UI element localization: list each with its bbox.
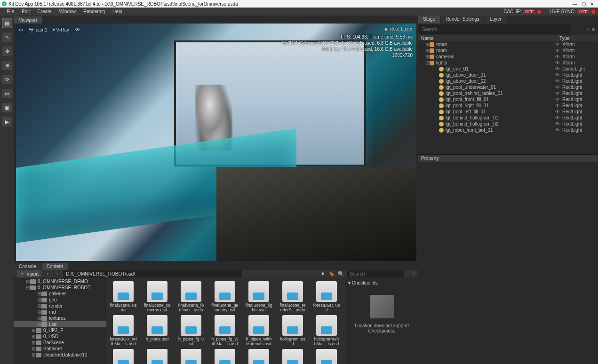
maximize-button[interactable]: ▢ [579, 1, 588, 7]
stage-row[interactable]: lgt_behind_hollogram_02👁RectLight [418, 121, 598, 127]
folder-row[interactable]: ⊞geo [14, 297, 106, 303]
stage-row[interactable]: lgt_pool_left_fill_01👁RectLight [418, 109, 598, 115]
stage-filter-icon[interactable]: ⑂ [585, 26, 590, 32]
stage-options-icon[interactable]: ≡ [590, 26, 596, 32]
file-item[interactable]: USDfinalScene_fo rOmn…usda [177, 281, 205, 312]
file-item[interactable]: USDfinalScene_lig hts.usd [245, 281, 272, 312]
path-field[interactable] [63, 270, 242, 277]
stage-row[interactable]: lgt_pool_right_fill_01👁RectLight [418, 103, 598, 109]
viewport-3d[interactable]: ⚙ 📷cam1 V-Ray 👁 ◈ Root Layer FPS: 104.63… [16, 24, 416, 261]
tool-snap-icon[interactable]: ▭ [2, 89, 12, 98]
menu-help[interactable]: Help [109, 9, 126, 14]
visibility-icon[interactable]: 👁 [553, 103, 562, 108]
file-item[interactable]: USDh_pipes_With Materials.usd [245, 315, 272, 346]
menu-rendering[interactable]: Rendering [80, 9, 109, 14]
stage-row[interactable]: lgt_behind_hollogram_01👁RectLight [418, 115, 598, 121]
folder-tree[interactable]: ⊞0_OMNIVERSE_DEMO⊟0_OMNIVERSE_ROBOT⊞gall… [14, 277, 106, 364]
stage-row[interactable]: lgt_env_01👁DomeLight [418, 66, 598, 72]
file-item[interactable]: USDhollogram. usd [279, 315, 306, 346]
folder-row[interactable]: ⊞BarScene [14, 340, 106, 346]
folder-row[interactable]: ⊞textures [14, 315, 106, 321]
visibility-icon[interactable]: 👁 [553, 121, 562, 127]
tool-scale-icon[interactable]: ⟳ [2, 75, 12, 84]
file-item[interactable]: USDforestBGR_Wi thMa…ls.usd [110, 315, 137, 346]
visibility-icon[interactable]: 👁 [553, 72, 562, 78]
file-item[interactable]: USDinstallation. usd [110, 349, 137, 364]
folder-row[interactable]: ⊞0_OMNIVERSE_DEMO [14, 278, 106, 285]
visibility-icon[interactable]: 👁 [553, 79, 562, 84]
file-item[interactable]: USDh_pipes.usd [144, 315, 171, 346]
folder-row[interactable]: ⊟0_OMNIVERSE_ROBOT [14, 285, 106, 291]
file-item[interactable]: USD [177, 349, 205, 364]
bookmark-icon[interactable]: 🔖 [328, 271, 335, 277]
stage-row[interactable]: lgt_above_door_01👁RectLight [418, 72, 598, 78]
root-layer-label[interactable]: Root Layer [390, 26, 413, 32]
menu-window[interactable]: Window [55, 9, 80, 14]
tab-viewport[interactable]: Viewport [14, 16, 42, 24]
stage-row[interactable]: lgt_robot_front_bot_01👁RectLight [418, 127, 598, 133]
nav-forward-icon[interactable]: › [54, 271, 60, 277]
menu-edit[interactable]: Edit [18, 9, 33, 14]
folder-row[interactable]: ⊞usd [14, 321, 106, 327]
tool-rotate-icon[interactable]: ⊕ [2, 61, 12, 70]
tool-move-icon[interactable]: ✥ [2, 47, 12, 56]
file-item[interactable]: USDfinalScene_re nderS…usda [279, 281, 306, 312]
visibility-icon[interactable]: 👁 [553, 127, 562, 133]
stage-row[interactable]: ⊞cameras👁Xform [418, 54, 598, 60]
folder-row[interactable]: ⊞0_UP2_F [14, 327, 106, 333]
menu-create[interactable]: Create [33, 9, 55, 14]
close-button[interactable]: ✕ [588, 1, 596, 7]
visibility-icon[interactable]: 👁 [553, 42, 562, 47]
viewport-renderer-dropdown[interactable]: V-Ray [53, 27, 69, 32]
tab-stage[interactable]: Stage [418, 16, 440, 24]
nav-back-icon[interactable]: ‹ [44, 271, 51, 277]
visibility-icon[interactable]: 👁 [553, 60, 562, 65]
viewport-visibility-icon[interactable]: 👁 [75, 26, 80, 33]
file-item[interactable]: USDinstallationW ithM…s.usd [144, 349, 171, 364]
filter-icon[interactable]: ⑂ [412, 271, 415, 277]
stage-row[interactable]: lgt_pool_behind_cables_01👁RectLight [418, 90, 598, 96]
visibility-icon[interactable]: 👁 [553, 91, 562, 96]
file-item[interactable]: USDhollogramWit hMat…ls.usd [313, 315, 340, 346]
visibility-icon[interactable]: 👁 [553, 66, 562, 71]
file-item[interactable]: USDh_pipes_fg. usd [177, 315, 205, 346]
stage-search-input[interactable] [419, 24, 571, 34]
visibility-icon[interactable]: 👁 [553, 115, 562, 120]
file-item[interactable]: USD [279, 349, 306, 364]
stage-row[interactable]: lgt_pool_underwater_01👁RectLight [418, 84, 598, 90]
stage-row[interactable]: lgt_pool_front_fill_01👁RectLight [418, 96, 598, 103]
file-item[interactable]: USD [245, 349, 272, 364]
visibility-icon[interactable]: 👁 [553, 48, 562, 53]
stage-row[interactable]: lgt_above_door_02👁RectLight [418, 78, 598, 84]
tab-render-settings[interactable]: Render Settings [441, 16, 484, 24]
tool-frame-icon[interactable]: ▣ [2, 103, 12, 112]
stage-row[interactable]: ⊞robot👁Xform [418, 41, 598, 47]
file-grid[interactable]: USDfinalScene. usdaUSDfinalScene_ca mera… [106, 277, 345, 364]
tool-cursor-icon[interactable]: ↖ [2, 32, 12, 42]
file-item[interactable]: USDfinalScene_ge ometry.usd [211, 281, 239, 312]
livesync-state[interactable]: OFF [577, 9, 590, 14]
import-button[interactable]: ＋Import [17, 270, 41, 277]
folder-row[interactable]: ⊞galleries [14, 291, 106, 297]
folder-row[interactable]: ⊞DeadlineDatabase10 [14, 352, 106, 358]
folder-row[interactable]: ⊞rnd [14, 309, 106, 315]
file-item[interactable]: USD [211, 349, 239, 364]
stage-row[interactable]: ⊟lights👁Xform [418, 60, 598, 66]
stage-row[interactable]: ⊞room👁Xform [418, 47, 598, 54]
file-item[interactable]: USDforestBGR. usd [313, 281, 340, 312]
tool-select-icon[interactable]: ▦ [2, 18, 12, 28]
visibility-icon[interactable]: 👁 [553, 97, 562, 102]
tab-console[interactable]: Console [14, 263, 41, 270]
tab-content[interactable]: Content [42, 263, 68, 270]
view-options-icon[interactable]: ≡ [407, 271, 409, 277]
minimize-button[interactable]: — [571, 1, 579, 7]
tab-layer[interactable]: Layer [485, 16, 506, 24]
visibility-icon[interactable]: 👁 [553, 85, 562, 90]
file-item[interactable]: USD [313, 349, 340, 364]
file-item[interactable]: USDh_pipes_fg_W ithMa…ls.usd [211, 315, 239, 346]
folder-row[interactable]: ⊞Battlenet [14, 346, 106, 352]
path-dropdown-icon[interactable]: ▼ [320, 271, 326, 277]
visibility-icon[interactable]: 👁 [553, 109, 562, 114]
visibility-icon[interactable]: 👁 [553, 54, 562, 59]
content-search-input[interactable] [347, 270, 404, 277]
